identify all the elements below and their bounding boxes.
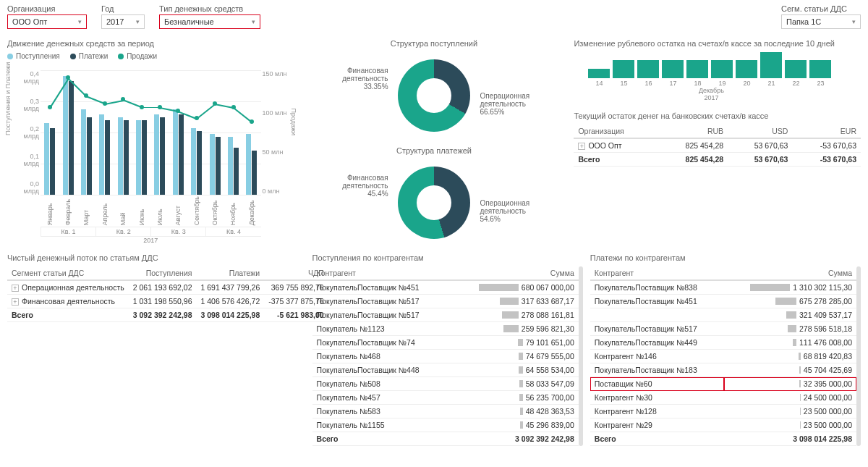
filter-bar: Организация ООО Опт ▾ Год 2017 ▾ Тип ден… (0, 0, 868, 36)
structure-panel: Структура поступлений Финансовая деятель… (302, 36, 567, 246)
yaxis-left: 0,4 млрд0,3 млрд0,2 млрд0,1 млрд0,0 млрд (14, 70, 39, 195)
balance-title: Текущий остаток денег на банковских счет… (574, 112, 861, 120)
chevron-down-icon: ▾ (252, 18, 255, 25)
expand-icon[interactable]: + (578, 143, 585, 150)
table-total-row: Всего 825 454,28 53 670,63 -53 670,63 (574, 153, 861, 167)
donut-out-chart[interactable]: Финансовая деятельность45.4% Операционна… (302, 159, 567, 246)
year-select-value: 2017 (106, 17, 124, 26)
table-row[interactable]: ПокупательПоставщик №517278 088 161,81 (312, 308, 579, 322)
donut-out (398, 167, 470, 239)
yaxis-right: 150 млн100 млн50 млн0 млн (263, 70, 287, 195)
expand-icon[interactable]: + (12, 298, 19, 306)
table-row[interactable]: Поставщик №6032 395 000,00 (590, 377, 856, 391)
cdp-table[interactable]: Сегмент статьи ДДС Поступления Платежи Ч… (7, 266, 328, 322)
chevron-down-icon: ▾ (136, 18, 140, 25)
movement-title: Движение денежных средств за период (7, 39, 294, 48)
plot-area (41, 70, 261, 195)
table-row[interactable]: +ООО Опт 825 454,28 53 670,63 -53 670,63 (574, 138, 861, 153)
struct-in-title: Структура поступлений (302, 39, 567, 48)
change-title: Изменение рублевого остатка на счетах/в … (574, 39, 861, 48)
table-row[interactable]: Покупатель №1123259 596 821,30 (312, 322, 579, 336)
donut-in (398, 59, 470, 132)
table-row[interactable]: Контрагент №2923 500 000,00 (590, 418, 856, 432)
org-select[interactable]: ООО Опт ▾ (7, 14, 87, 29)
filter-cash-type: Тип денежных средств Безналичные ▾ (159, 4, 260, 29)
table-row[interactable]: Покупатель №46874 679 555,00 (312, 350, 579, 363)
bottom-tables: Чистый денежный поток по статьям ДДС Сег… (0, 251, 868, 446)
table-row[interactable]: Покупатель №58348 428 363,53 (312, 405, 579, 418)
filter-year: Год 2017 ▾ (101, 4, 145, 29)
filter-cash-type-label: Тип денежных средств (159, 4, 260, 13)
table-row[interactable]: ПокупательПоставщик №451675 278 285,00 (590, 295, 856, 308)
income-panel: Поступления по контрагентам Контрагент С… (312, 251, 583, 446)
payments-table[interactable]: Контрагент Сумма ПокупательПоставщик №83… (590, 266, 856, 446)
balance-change-chart[interactable] (588, 52, 861, 78)
donut-in-chart[interactable]: Финансовая деятельность33.35% Операционн… (302, 52, 567, 139)
table-row[interactable]: +Операционная деятельность2 061 193 692,… (7, 280, 328, 295)
table-row[interactable]: ПокупательПоставщик №8381 310 302 115,30 (590, 280, 856, 295)
table-row[interactable]: Контрагент №14668 819 420,83 (590, 350, 856, 363)
cdp-panel: Чистый денежный поток по статьям ДДС Сег… (7, 251, 305, 446)
movement-panel: Движение денежных средств за период Пост… (7, 36, 294, 246)
dashboard-row: Движение денежных средств за период Пост… (0, 36, 868, 246)
table-row[interactable]: ПокупательПоставщик №451680 067 000,00 (312, 280, 579, 295)
filter-org: Организация ООО Опт ▾ (7, 4, 87, 29)
cash-type-value: Безналичные (164, 17, 214, 26)
table-row[interactable]: Покупатель №115545 296 839,00 (312, 418, 579, 432)
legend-dot-out (70, 54, 76, 59)
filter-org-label: Организация (7, 4, 87, 13)
legend-dot-in (7, 54, 13, 59)
table-row[interactable]: 321 409 537,17 (590, 308, 856, 322)
chart-legend: Поступления Платежи Продажи (7, 52, 294, 60)
payments-panel: Платежи по контрагентам Контрагент Сумма… (590, 251, 861, 446)
chevron-down-icon: ▾ (852, 18, 856, 25)
cash-type-select[interactable]: Безналичные ▾ (159, 14, 260, 29)
income-title: Поступления по контрагентам (312, 253, 583, 262)
chevron-down-icon: ▾ (78, 18, 82, 25)
legend-dot-sales (118, 54, 124, 59)
org-select-value: ООО Опт (12, 17, 47, 26)
table-row[interactable]: Покупатель №45756 235 700,00 (312, 391, 579, 405)
filter-year-label: Год (101, 4, 145, 13)
table-row[interactable]: ПокупательПоставщик №517278 596 518,18 (590, 322, 856, 336)
table-row[interactable]: Контрагент №3024 500 000,00 (590, 391, 856, 405)
yaxis-right-label: Продажи (290, 108, 297, 135)
table-row[interactable]: Контрагент №12823 500 000,00 (590, 405, 856, 418)
table-row[interactable]: ПокупательПоставщик №7479 101 651,00 (312, 336, 579, 350)
table-row[interactable]: ПокупательПоставщик №44864 558 534,00 (312, 363, 579, 377)
scrollbar[interactable] (579, 266, 583, 446)
segment-select[interactable]: Папка 1С ▾ (781, 14, 861, 29)
segment-value: Папка 1С (786, 17, 821, 26)
balance-table[interactable]: Организация RUB USD EUR +ООО Опт 825 454… (574, 125, 861, 167)
table-row[interactable]: +Финансовая деятельность1 031 198 550,96… (7, 295, 328, 308)
right-panel: Изменение рублевого остатка на счетах/в … (574, 36, 861, 246)
scrollbar[interactable] (856, 266, 861, 446)
table-row[interactable]: ПокупательПоставщик №18345 704 425,69 (590, 363, 856, 377)
filter-segment: Сегм. статьи ДДС Папка 1С ▾ (781, 4, 861, 29)
cdp-title: Чистый денежный поток по статьям ДДС (7, 253, 305, 262)
table-row[interactable]: ПокупательПоставщик №517317 633 687,17 (312, 295, 579, 308)
year-select[interactable]: 2017 ▾ (101, 14, 145, 29)
xaxis: ЯнварьФевральМартАпрельМайИюньИюльАвгуст… (41, 196, 261, 230)
filter-segment-label: Сегм. статьи ДДС (781, 4, 861, 13)
yaxis-left-label: Поступления и Платежи (4, 62, 12, 135)
table-row[interactable]: Покупатель №50858 033 547,09 (312, 377, 579, 391)
expand-icon[interactable]: + (12, 285, 19, 292)
income-table[interactable]: Контрагент Сумма ПокупательПоставщик №45… (312, 266, 579, 446)
payments-title: Платежи по контрагентам (590, 253, 861, 262)
table-row[interactable]: ПокупательПоставщик №449111 476 008,00 (590, 336, 856, 350)
struct-out-title: Структура платежей (302, 146, 567, 155)
movement-chart[interactable]: Поступления и Платежи Продажи 0,4 млрд0,… (7, 63, 294, 230)
balance-change-xaxis: 14151617181920212223 (588, 80, 861, 87)
